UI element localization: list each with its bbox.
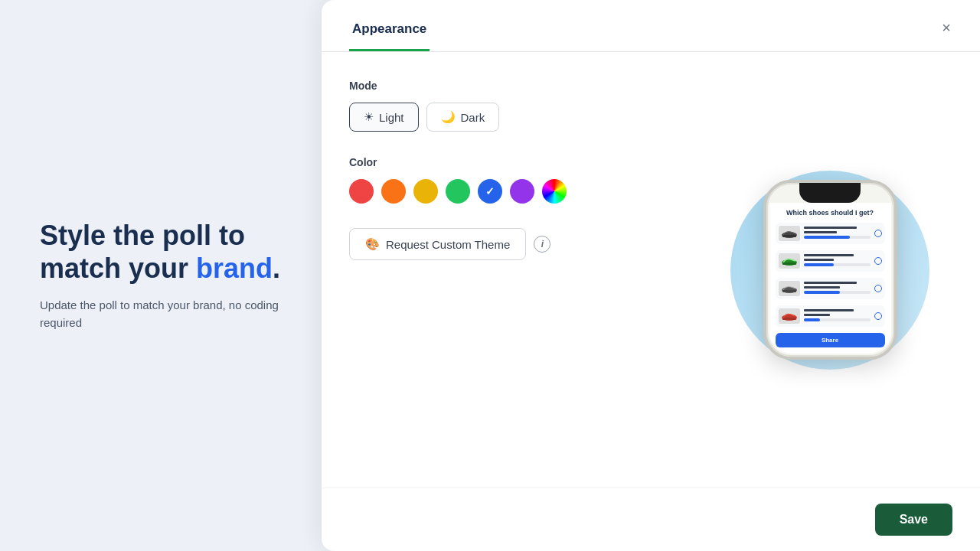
swatch-blue[interactable] — [478, 179, 502, 204]
poll-text-line — [804, 254, 854, 256]
close-button[interactable]: × — [934, 15, 959, 40]
dark-mode-label: Dark — [461, 111, 485, 124]
mode-label: Mode — [349, 80, 677, 92]
poll-text-line — [804, 227, 858, 229]
poll-item — [776, 250, 885, 272]
modal-tabs: Appearance — [349, 21, 952, 51]
svg-rect-5 — [782, 290, 796, 292]
light-mode-label: Light — [379, 111, 404, 124]
appearance-modal: Appearance × Mode ☀ Light 🌙 Dark — [322, 0, 980, 551]
poll-item-content-4 — [804, 309, 871, 323]
poll-item — [776, 223, 885, 244]
swatch-purple[interactable] — [510, 179, 534, 204]
color-section: Color — [349, 156, 677, 204]
phone-notch — [799, 183, 861, 203]
poll-question: Which shoes should I get? — [776, 209, 885, 217]
dark-mode-button[interactable]: 🌙 Dark — [426, 103, 500, 132]
poll-bar-bg — [804, 236, 871, 239]
phone-screen: Which shoes should I get? — [769, 203, 891, 354]
poll-radio — [874, 285, 882, 292]
phone-preview: Which shoes should I get? — [707, 80, 952, 460]
shoe-image-1 — [779, 226, 800, 241]
custom-theme-row: 🎨 Request Custom Theme i — [349, 228, 677, 260]
mode-buttons: ☀ Light 🌙 Dark — [349, 103, 677, 132]
swatch-orange[interactable] — [381, 179, 406, 204]
svg-rect-3 — [782, 262, 796, 265]
poll-radio — [874, 230, 882, 237]
poll-item-content-1 — [804, 227, 871, 240]
phone-frame: Which shoes should I get? — [763, 180, 897, 360]
swatch-rainbow[interactable] — [542, 179, 567, 204]
swatch-yellow[interactable] — [413, 179, 438, 204]
modal-footer: Save — [322, 487, 980, 551]
color-label: Color — [349, 156, 677, 168]
light-mode-button[interactable]: ☀ Light — [349, 103, 419, 132]
hero-description: Update the poll to match your brand, no … — [40, 298, 300, 332]
poll-text-line — [804, 231, 838, 233]
sun-icon: ☀ — [364, 110, 374, 124]
custom-theme-button[interactable]: 🎨 Request Custom Theme — [349, 228, 526, 260]
poll-item-content-2 — [804, 254, 871, 268]
poll-text-line — [804, 314, 831, 316]
shoe-image-2 — [779, 253, 800, 269]
poll-bar-bg — [804, 263, 871, 266]
poll-text-line — [804, 259, 834, 261]
settings-area: Mode ☀ Light 🌙 Dark Color — [349, 80, 677, 460]
poll-item — [776, 305, 885, 327]
poll-radio — [874, 257, 882, 265]
swatch-red[interactable] — [349, 179, 374, 204]
poll-radio — [874, 312, 882, 320]
custom-theme-label: Request Custom Theme — [386, 238, 510, 251]
shoe-image-3 — [779, 281, 800, 296]
modal-body: Mode ☀ Light 🌙 Dark Color — [322, 52, 980, 487]
modal-header: Appearance × — [322, 0, 980, 52]
palette-icon: 🎨 — [365, 237, 380, 251]
poll-bar — [804, 236, 851, 239]
poll-text-line — [804, 309, 854, 311]
tab-appearance[interactable]: Appearance — [349, 21, 430, 51]
mode-section: Mode ☀ Light 🌙 Dark — [349, 80, 677, 132]
svg-rect-7 — [782, 318, 796, 320]
save-button[interactable]: Save — [875, 504, 952, 536]
poll-text-line — [804, 282, 858, 284]
poll-bar-bg — [804, 291, 871, 294]
info-icon[interactable]: i — [534, 236, 550, 253]
poll-bar — [804, 263, 834, 266]
svg-rect-1 — [782, 235, 796, 237]
poll-text-line — [804, 286, 841, 289]
color-swatches — [349, 179, 677, 204]
moon-icon: 🌙 — [441, 110, 456, 124]
poll-bar-bg — [804, 318, 871, 321]
share-button[interactable]: Share — [776, 333, 885, 347]
poll-bar — [804, 318, 821, 321]
poll-item-content-3 — [804, 282, 871, 295]
left-panel: Style the poll to match your brand. Upda… — [40, 219, 300, 331]
shoe-image-4 — [779, 308, 800, 324]
swatch-green[interactable] — [446, 179, 470, 204]
poll-item — [776, 278, 885, 299]
poll-bar — [804, 291, 841, 294]
hero-heading: Style the poll to match your brand. — [40, 219, 300, 285]
